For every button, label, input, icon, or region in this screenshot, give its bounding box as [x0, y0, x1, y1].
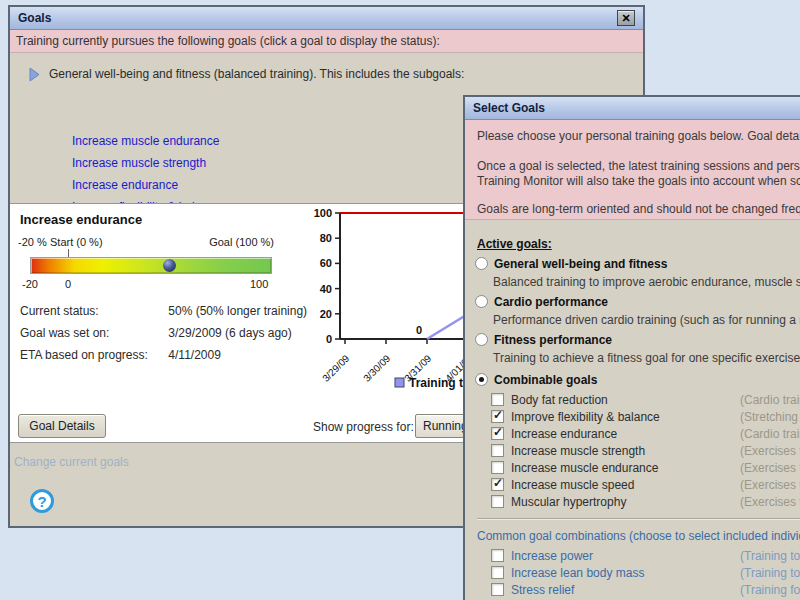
- goals-titlebar[interactable]: Goals ✕: [10, 7, 643, 30]
- y-tick: 0: [326, 333, 332, 345]
- checkbox-row-body-fat[interactable]: Body fat reduction(Cardio train: [491, 393, 800, 407]
- expand-arrow-icon[interactable]: [29, 68, 40, 81]
- intro-line: Goals are long-term oriented and should …: [477, 202, 800, 216]
- goal-option-general[interactable]: General well-being and fitness: [475, 257, 667, 271]
- goal-tree-parent-label: General well-being and fitness (balanced…: [49, 67, 464, 81]
- goal-option-description: Performance driven cardio training (such…: [493, 313, 800, 327]
- checkbox-icon[interactable]: [491, 444, 504, 457]
- checkbox-label[interactable]: Body fat reduction: [511, 393, 608, 407]
- help-icon[interactable]: ?: [30, 489, 54, 513]
- radio-icon[interactable]: [475, 373, 488, 386]
- subgoal-link-muscle-endurance[interactable]: Increase muscle endurance: [72, 134, 219, 148]
- checkbox-hint: (Training to: [740, 566, 800, 580]
- checkbox-row-increase-power[interactable]: Increase power(Training to: [491, 549, 800, 563]
- checkbox-icon[interactable]: [491, 495, 504, 508]
- radio-icon[interactable]: [475, 295, 488, 308]
- checkbox-row-lean-body-mass[interactable]: Increase lean body mass(Training to: [491, 566, 800, 580]
- checkbox-row-flexibility[interactable]: Improve flexibility & balance(Stretching…: [491, 410, 800, 424]
- bar-label-goal: Goal (100 %): [209, 236, 274, 248]
- checkbox-icon[interactable]: [491, 583, 504, 596]
- checkbox-row-muscle-strength[interactable]: Increase muscle strength(Exercises to: [491, 444, 800, 458]
- intro-line: Training Monitor will also take the goal…: [477, 174, 800, 188]
- checkbox-hint: (Cardio train: [740, 427, 800, 441]
- checkbox-label[interactable]: Increase lean body mass: [511, 566, 644, 580]
- intro-line: Once a goal is selected, the latest trai…: [477, 159, 800, 173]
- stat-goal-set-on: Goal was set on: 3/29/2009 (6 days ago): [20, 326, 292, 340]
- goal-details-button[interactable]: Goal Details: [18, 414, 106, 438]
- checkbox-row-muscle-endurance[interactable]: Increase muscle endurance(Exercises to: [491, 461, 800, 475]
- checkbox-icon[interactable]: [491, 393, 504, 406]
- checkbox-icon[interactable]: [491, 549, 504, 562]
- checkbox-label[interactable]: Muscular hypertrophy: [511, 495, 626, 509]
- legend-swatch-icon: [395, 378, 404, 387]
- checkbox-label[interactable]: Increase endurance: [511, 427, 617, 441]
- goals-banner-text: Training currently pursues the following…: [16, 34, 440, 48]
- goal-option-fitness[interactable]: Fitness performance: [475, 333, 612, 347]
- goal-option-label[interactable]: Cardio performance: [494, 295, 608, 309]
- checkbox-hint: (Training to: [740, 549, 800, 563]
- select-goals-intro: Please choose your personal training goa…: [465, 120, 800, 220]
- progress-marker-icon: [163, 259, 176, 272]
- goal-option-label[interactable]: Combinable goals: [494, 373, 597, 387]
- change-goals-link[interactable]: Change current goals: [14, 455, 129, 469]
- checkbox-hint: (Stretching a: [740, 410, 800, 424]
- series-point-label: 0: [416, 324, 422, 336]
- checkbox-icon[interactable]: [491, 461, 504, 474]
- stat-value: 3/29/2009 (6 days ago): [168, 326, 291, 340]
- goals-banner: Training currently pursues the following…: [10, 30, 643, 53]
- checkbox-row-hypertrophy[interactable]: Muscular hypertrophy(Exercises to: [491, 495, 800, 509]
- checkbox-row-stress-relief[interactable]: Stress relief(Training for: [491, 583, 800, 597]
- y-tick: 40: [320, 283, 332, 295]
- close-icon[interactable]: ✕: [617, 10, 635, 26]
- checkbox-icon[interactable]: [491, 427, 504, 440]
- checkbox-icon[interactable]: [491, 410, 504, 423]
- y-tick: 20: [320, 308, 332, 320]
- x-tick: 3/30/09: [361, 352, 393, 384]
- radio-icon[interactable]: [475, 333, 488, 346]
- checkbox-hint: (Exercises to: [740, 461, 800, 475]
- checkbox-label[interactable]: Increase muscle speed: [511, 478, 634, 492]
- stat-value: 4/11/2009: [168, 348, 221, 362]
- checkbox-label[interactable]: Increase muscle endurance: [511, 461, 658, 475]
- stat-eta: ETA based on progress: 4/11/2009: [20, 348, 221, 362]
- subgoal-link-endurance[interactable]: Increase endurance: [72, 178, 178, 192]
- stat-current-status: Current status: 50% (50% longer training…: [20, 304, 307, 318]
- stat-label: ETA based on progress:: [20, 348, 165, 362]
- goal-option-label[interactable]: General well-being and fitness: [494, 257, 667, 271]
- goal-option-combinable[interactable]: Combinable goals: [475, 373, 597, 387]
- select-goals-window: Select Goals Please choose your personal…: [463, 95, 800, 600]
- checkbox-label[interactable]: Improve flexibility & balance: [511, 410, 660, 424]
- checkbox-label[interactable]: Increase muscle strength: [511, 444, 645, 458]
- y-tick: 80: [320, 232, 332, 244]
- x-tick: 3/29/09: [320, 352, 352, 384]
- select-goals-titlebar[interactable]: Select Goals: [465, 97, 800, 120]
- bar-tick-zero: 0: [65, 278, 71, 290]
- y-tick: 100: [314, 207, 332, 219]
- checkbox-icon[interactable]: [491, 566, 504, 579]
- section-divider: [477, 518, 800, 520]
- radio-icon[interactable]: [475, 257, 488, 270]
- checkbox-row-muscle-speed[interactable]: Increase muscle speed(Exercises to: [491, 478, 800, 492]
- checkbox-row-endurance[interactable]: Increase endurance(Cardio train: [491, 427, 800, 441]
- subgoal-link-muscle-strength[interactable]: Increase muscle strength: [72, 156, 206, 170]
- checkbox-hint: (Exercises to: [740, 495, 800, 509]
- active-goals-heading: Active goals:: [477, 237, 552, 251]
- checkbox-icon[interactable]: [491, 478, 504, 491]
- y-tick: 60: [320, 257, 332, 269]
- status-panel-title: Increase endurance: [20, 212, 142, 227]
- progress-range-bar: -20 % Start (0 %) Goal (100 %) -20 0 100: [18, 236, 274, 298]
- checkbox-hint: (Cardio train: [740, 393, 800, 407]
- goal-tree-parent[interactable]: General well-being and fitness (balanced…: [29, 67, 464, 81]
- goal-option-cardio[interactable]: Cardio performance: [475, 295, 608, 309]
- bar-zero-tick: [68, 249, 69, 257]
- goal-option-label[interactable]: Fitness performance: [494, 333, 612, 347]
- checkbox-label[interactable]: Increase power: [511, 549, 593, 563]
- checkbox-hint: (Training for: [740, 583, 800, 597]
- bar-label-start: Start (0 %): [50, 236, 103, 248]
- bar-tick-min: -20: [22, 278, 38, 290]
- checkbox-label[interactable]: Stress relief: [511, 583, 574, 597]
- combinations-heading: Common goal combinations (choose to sele…: [477, 529, 800, 543]
- checkbox-hint: (Exercises to: [740, 478, 800, 492]
- stat-label: Current status:: [20, 304, 165, 318]
- stat-value: 50% (50% longer training): [168, 304, 307, 318]
